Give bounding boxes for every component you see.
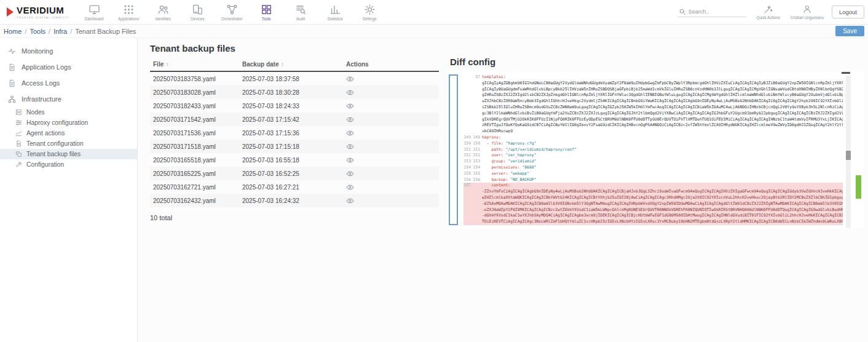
diff-line-text: user: "ver_haproxy" (482, 153, 537, 159)
user-menu[interactable]: Cristian Ungureanu (791, 4, 824, 20)
row-actions (346, 116, 439, 124)
backup-date: 2025-07-03 17:15:18 (242, 143, 346, 150)
nav-item-applications[interactable]: Applications (111, 0, 146, 25)
diff-line-text: gICAgIyAgZGBgbm90IG1hdGNoLCB0aGUgY2VydGl… (482, 81, 843, 87)
search-icon[interactable] (679, 8, 686, 15)
sidebar-item-application-logs[interactable]: Application Logs (0, 59, 137, 75)
tools-grid-icon (261, 4, 272, 15)
new-line-number (473, 87, 482, 93)
diff-line-text: -ZZxvYmFsCiAgICAgICAgbG9nIDEyNy4wLjAuMSB… (482, 189, 843, 195)
diff-line: 97templates: (464, 74, 843, 81)
old-line-number (464, 105, 473, 111)
servers-icon (15, 109, 22, 116)
column-header-file[interactable]: File (150, 61, 242, 68)
new-line-number: 156 (473, 177, 482, 183)
new-line-number: 152 (473, 153, 482, 159)
sidebar-item-label: Infrastructure (22, 95, 61, 103)
sidebar-item-infrastructure[interactable]: Infrastructure (0, 91, 137, 107)
view-backup-icon[interactable] (346, 170, 354, 178)
new-line-number (473, 92, 482, 98)
sidebar-item-configuration[interactable]: Configuration (0, 159, 137, 170)
old-line-number: 151 (464, 147, 473, 153)
diff-scrollbar[interactable] (846, 76, 851, 228)
column-header-backup-date[interactable]: Backup date (242, 61, 346, 68)
veridium-logo[interactable]: VERIDIUM TRUSTED DIGITAL IDENTITY (0, 5, 74, 19)
diff-line-text: gc3BlY2lmaWNhdGlvbiBvZiB0aGUgYmFja2VuZCB… (482, 111, 843, 117)
nav-item-dashboard[interactable]: Dashboard (77, 0, 111, 25)
diff-viewer: 97templates:gICAgIyAgZGBgbm90IG1hdGNoLCB… (447, 72, 864, 228)
breadcrumb-bar: Home/Tools/Infra/Tenant Backup Files Sav… (0, 25, 868, 38)
logout-button[interactable]: Logout (832, 6, 864, 18)
new-line-number (473, 219, 482, 225)
diff-line-text: gIkVDREgrQUVTMjU2OkRIK0FFUzI1NjpFQ0RIK0F… (482, 117, 843, 123)
view-backup-icon[interactable] (346, 129, 354, 137)
collapse-handle[interactable] (842, 72, 850, 74)
audit-icon (295, 4, 307, 15)
old-line-number (464, 129, 473, 135)
diff-line-text: gIHRoZSBzZXJ2ZXIgd2lsbCB2ZXJpZnkgdGhlIGN… (482, 92, 843, 98)
quick-actions-button[interactable]: Quick Actions (754, 4, 783, 20)
column-header-actions[interactable]: Actions (346, 61, 439, 68)
breadcrumb-item-infra[interactable]: Infra (53, 28, 67, 35)
view-backup-icon[interactable] (346, 75, 354, 83)
logo-mark-icon (6, 7, 14, 17)
diff-minimap[interactable] (856, 72, 861, 228)
nav-item-devices[interactable]: Devices (180, 0, 215, 25)
sidebar-item-label: Configuration (26, 161, 64, 168)
diff-line: -oZXJ0aWZpY2F0ZXMKICAgICAgICBzc2wtZGVmYX… (464, 207, 843, 213)
sidebar-item-tenant-backup-files[interactable]: Tenant backup files (0, 149, 137, 159)
search-input[interactable] (688, 9, 745, 15)
search-box (677, 7, 746, 17)
new-line-number: 97 (473, 74, 482, 81)
sidebar-item-nodes[interactable]: Nodes (0, 107, 137, 117)
scrollbar-thumb[interactable] (846, 151, 851, 160)
nav-item-orchestrator[interactable]: Orchestrator (215, 0, 249, 25)
nav-item-label: Orchestrator (221, 17, 243, 21)
old-line-number (464, 122, 473, 129)
backup-date: 2025-07-03 18:30:28 (242, 89, 346, 96)
sidebar-item-tenant-configuration[interactable]: Tenant configuration (0, 138, 137, 149)
old-line-number (464, 201, 473, 207)
save-button[interactable]: Save (835, 26, 864, 36)
breadcrumb-separator: / (70, 28, 72, 35)
view-backup-icon[interactable] (346, 156, 354, 164)
diff-line-text: group: "veridiumid" (482, 159, 537, 165)
column-label: File (153, 61, 164, 68)
sidebar-item-monitoring[interactable]: Monitoring (0, 43, 137, 59)
view-backup-icon[interactable] (346, 102, 354, 110)
nav-item-settings[interactable]: Settings (352, 0, 387, 25)
diff-line: vbCA9IHRscwp9 (464, 129, 843, 135)
breadcrumb-item-home[interactable]: Home (4, 28, 22, 35)
nav-item-audit[interactable]: Audit (283, 0, 318, 25)
sort-icon (165, 62, 170, 67)
diff-line-text: content: (482, 183, 510, 189)
nav-item-statistics[interactable]: Statistics (318, 0, 352, 25)
sidebar-item-haproxy-configuration[interactable]: Haproxy configuration (0, 117, 137, 128)
old-line-number (464, 195, 473, 201)
view-backup-icon[interactable] (346, 143, 354, 151)
nav-item-tools[interactable]: Tools (249, 0, 283, 25)
diff-overview-gutter[interactable] (449, 74, 458, 225)
breadcrumb-item-tools[interactable]: Tools (30, 28, 45, 35)
diff-line: 154154 permissions: "0660" (464, 165, 843, 171)
quick-actions-label: Quick Actions (757, 15, 780, 20)
sidebar-item-access-logs[interactable]: Access Logs (0, 75, 137, 91)
minimap-added-marker (856, 175, 861, 199)
nav-item-identities[interactable]: Identities (146, 0, 180, 25)
view-backup-icon[interactable] (346, 89, 354, 97)
backup-date: 2025-07-03 17:15:36 (242, 130, 346, 137)
diff-title: Diff config (447, 57, 864, 67)
old-line-number (464, 189, 473, 195)
sidebar-item-agent-actions[interactable]: Agent actions (0, 128, 137, 138)
new-line-number (473, 111, 482, 117)
diff-line: 153153 group: "veridiumid" (464, 159, 843, 165)
old-line-number: 153 (464, 159, 473, 165)
view-backup-icon[interactable] (346, 197, 354, 205)
view-backup-icon[interactable] (346, 116, 354, 124)
diff-line: gIHRoZSBzZXJ2ZXIgd2lsbCB2ZXJpZnkgdGhlIGN… (464, 92, 843, 98)
new-line-number (473, 213, 482, 219)
new-line-number (473, 195, 482, 201)
new-line-number (473, 189, 482, 195)
view-backup-icon[interactable] (346, 183, 354, 191)
pulse-icon (8, 47, 16, 55)
